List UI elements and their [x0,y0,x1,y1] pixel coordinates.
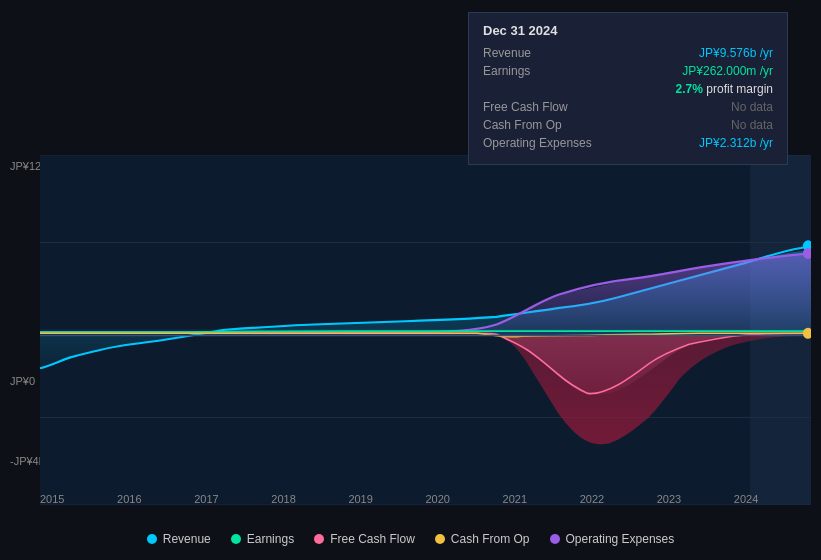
x-label-2019: 2019 [348,493,372,505]
legend-item-earnings[interactable]: Earnings [231,532,294,546]
chart-svg [40,155,811,505]
chart-legend: Revenue Earnings Free Cash Flow Cash Fro… [0,532,821,546]
legend-item-opex[interactable]: Operating Expenses [550,532,675,546]
x-label-2021: 2021 [503,493,527,505]
legend-item-fcf[interactable]: Free Cash Flow [314,532,415,546]
x-label-2016: 2016 [117,493,141,505]
x-label-2017: 2017 [194,493,218,505]
tooltip-row-fcf: Free Cash Flow No data [483,100,773,114]
tooltip-row-cashfromop: Cash From Op No data [483,118,773,132]
tooltip-row-margin: 2.7% profit margin [483,82,773,96]
tooltip-value-revenue: JP¥9.576b /yr [699,46,773,60]
tooltip-value-margin: 2.7% profit margin [676,82,773,96]
x-label-2018: 2018 [271,493,295,505]
tooltip-label-revenue: Revenue [483,46,613,60]
tooltip-label-opex: Operating Expenses [483,136,613,150]
tooltip-label-earnings: Earnings [483,64,613,78]
legend-dot-opex [550,534,560,544]
x-label-2024: 2024 [734,493,758,505]
legend-item-revenue[interactable]: Revenue [147,532,211,546]
tooltip-value-earnings: JP¥262.000m /yr [682,64,773,78]
tooltip-row-opex: Operating Expenses JP¥2.312b /yr [483,136,773,150]
chart-area [40,155,811,505]
legend-dot-earnings [231,534,241,544]
legend-dot-fcf [314,534,324,544]
legend-dot-cashfromop [435,534,445,544]
x-label-2022: 2022 [580,493,604,505]
tooltip-row-revenue: Revenue JP¥9.576b /yr [483,46,773,60]
tooltip-value-cashfromop: No data [731,118,773,132]
legend-item-cashfromop[interactable]: Cash From Op [435,532,530,546]
tooltip-date: Dec 31 2024 [483,23,773,38]
legend-label-revenue: Revenue [163,532,211,546]
legend-label-opex: Operating Expenses [566,532,675,546]
x-label-2023: 2023 [657,493,681,505]
x-axis: 2015 2016 2017 2018 2019 2020 2021 2022 … [40,493,811,505]
legend-dot-revenue [147,534,157,544]
chart-container: Dec 31 2024 Revenue JP¥9.576b /yr Earnin… [0,0,821,560]
x-label-2020: 2020 [425,493,449,505]
legend-label-fcf: Free Cash Flow [330,532,415,546]
x-label-2015: 2015 [40,493,64,505]
legend-label-earnings: Earnings [247,532,294,546]
legend-label-cashfromop: Cash From Op [451,532,530,546]
tooltip-card: Dec 31 2024 Revenue JP¥9.576b /yr Earnin… [468,12,788,165]
tooltip-label-fcf: Free Cash Flow [483,100,613,114]
tooltip-label-cashfromop: Cash From Op [483,118,613,132]
y-label-mid: JP¥0 [10,375,35,387]
tooltip-value-fcf: No data [731,100,773,114]
tooltip-value-opex: JP¥2.312b /yr [699,136,773,150]
tooltip-row-earnings: Earnings JP¥262.000m /yr [483,64,773,78]
